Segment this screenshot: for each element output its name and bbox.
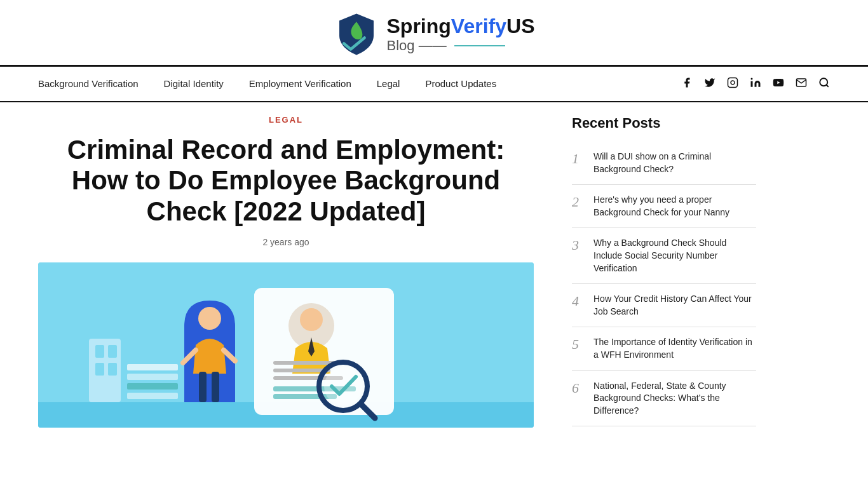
svg-rect-2	[751, 81, 753, 86]
main-layout: LEGAL Criminal Record and Employment: Ho…	[0, 115, 868, 428]
post-link-4[interactable]: How Your Credit History Can Affect Your …	[593, 293, 756, 318]
site-header: SpringVerifyUS Blog ——	[0, 0, 868, 67]
nav-product-updates[interactable]: Product Updates	[425, 78, 496, 89]
post-link-6[interactable]: National, Federal, State & County Backgr…	[593, 380, 756, 417]
post-number-6: 6	[572, 380, 585, 396]
nav-links: Background Verification Digital Identity…	[38, 78, 496, 90]
svg-rect-25	[127, 364, 178, 370]
post-link-1[interactable]: Will a DUI show on a Criminal Background…	[593, 151, 756, 175]
svg-point-3	[751, 78, 753, 79]
facebook-icon[interactable]	[681, 77, 693, 92]
email-icon[interactable]	[796, 77, 807, 92]
twitter-icon[interactable]	[704, 77, 715, 92]
article-category: LEGAL	[38, 115, 534, 125]
svg-rect-26	[127, 374, 178, 380]
svg-point-5	[820, 78, 827, 86]
article-area: LEGAL Criminal Record and Employment: Ho…	[38, 115, 534, 428]
logo-icon	[334, 11, 379, 57]
svg-line-6	[826, 85, 828, 86]
post-number-2: 2	[572, 194, 585, 210]
sidebar: Recent Posts 1 Will a DUI show on a Crim…	[572, 115, 756, 428]
svg-point-20	[198, 307, 221, 330]
article-title: Criminal Record and Employment: How to D…	[38, 135, 534, 227]
post-number-3: 3	[572, 237, 585, 254]
svg-point-11	[300, 308, 323, 331]
svg-rect-30	[95, 345, 104, 358]
post-link-3[interactable]: Why a Background Check Should Include So…	[593, 237, 756, 274]
youtube-icon[interactable]	[773, 77, 784, 92]
article-meta: 2 years ago	[38, 237, 534, 247]
post-number-1: 1	[572, 151, 585, 167]
post-number-4: 4	[572, 293, 585, 309]
svg-rect-31	[108, 345, 117, 358]
svg-rect-32	[95, 363, 104, 376]
svg-rect-28	[127, 393, 178, 399]
social-icons	[681, 77, 830, 92]
svg-rect-21	[199, 372, 207, 402]
instagram-icon[interactable]	[727, 77, 738, 92]
linkedin-icon[interactable]	[750, 77, 761, 92]
nav-digital-identity[interactable]: Digital Identity	[164, 78, 224, 89]
svg-rect-33	[108, 363, 117, 376]
recent-post-3: 3 Why a Background Check Should Include …	[572, 228, 756, 284]
nav-employment-verification[interactable]: Employment Verification	[249, 78, 351, 89]
recent-post-1: 1 Will a DUI show on a Criminal Backgrou…	[572, 142, 756, 185]
recent-post-6: 6 National, Federal, State & County Back…	[572, 371, 756, 427]
svg-rect-22	[212, 372, 219, 402]
recent-post-2: 2 Here's why you need a proper Backgroun…	[572, 185, 756, 228]
nav-legal[interactable]: Legal	[377, 78, 400, 89]
search-icon[interactable]	[818, 77, 830, 92]
post-link-2[interactable]: Here's why you need a proper Background …	[593, 194, 756, 219]
article-hero-image	[38, 262, 534, 428]
svg-rect-0	[728, 78, 738, 87]
navigation: Background Verification Digital Identity…	[0, 67, 868, 102]
post-link-5[interactable]: The Importance of Identity Verification …	[593, 336, 756, 361]
post-number-5: 5	[572, 336, 585, 353]
recent-post-4: 4 How Your Credit History Can Affect You…	[572, 284, 756, 327]
logo[interactable]: SpringVerifyUS Blog ——	[334, 11, 535, 57]
nav-background-verification[interactable]: Background Verification	[38, 78, 139, 89]
svg-rect-27	[127, 383, 178, 390]
recent-post-5: 5 The Importance of Identity Verificatio…	[572, 327, 756, 370]
sidebar-title: Recent Posts	[572, 115, 756, 132]
logo-text: SpringVerifyUS Blog ——	[387, 15, 535, 53]
